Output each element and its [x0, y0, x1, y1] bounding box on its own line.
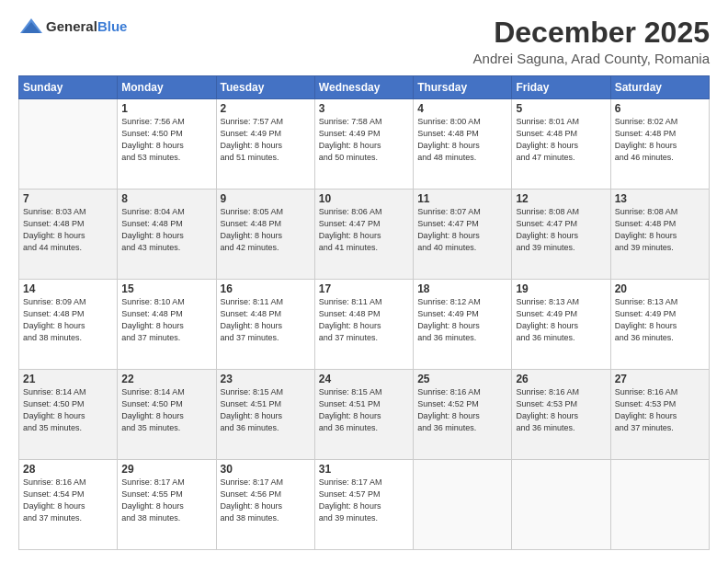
day-number: 18: [417, 282, 507, 295]
day-info: Sunrise: 8:08 AM Sunset: 4:47 PM Dayligh…: [516, 206, 606, 254]
day-info: Sunrise: 8:08 AM Sunset: 4:48 PM Dayligh…: [615, 206, 705, 254]
day-cell-w3-d4: 17Sunrise: 8:11 AM Sunset: 4:48 PM Dayli…: [314, 280, 413, 370]
header-sunday: Sunday: [19, 76, 118, 99]
header-wednesday: Wednesday: [314, 76, 413, 99]
day-number: 17: [319, 282, 409, 295]
day-number: 26: [516, 373, 606, 385]
day-info: Sunrise: 8:09 AM Sunset: 4:48 PM Dayligh…: [23, 296, 113, 344]
day-cell-w2-d4: 10Sunrise: 8:06 AM Sunset: 4:47 PM Dayli…: [314, 190, 413, 280]
day-number: 20: [615, 282, 705, 295]
day-cell-w1-d7: 6Sunrise: 8:02 AM Sunset: 4:48 PM Daylig…: [610, 99, 709, 190]
day-info: Sunrise: 8:07 AM Sunset: 4:47 PM Dayligh…: [417, 206, 507, 254]
day-number: 19: [516, 282, 606, 295]
day-cell-w4-d2: 22Sunrise: 8:14 AM Sunset: 4:50 PM Dayli…: [118, 370, 216, 460]
day-number: 13: [615, 192, 705, 205]
day-cell-w3-d7: 20Sunrise: 8:13 AM Sunset: 4:49 PM Dayli…: [610, 280, 709, 370]
day-info: Sunrise: 8:14 AM Sunset: 4:50 PM Dayligh…: [121, 386, 211, 434]
day-cell-w5-d6: [512, 460, 610, 550]
title-section: December 2025 Andrei Saguna, Arad County…: [473, 17, 710, 66]
day-cell-w4-d7: 27Sunrise: 8:16 AM Sunset: 4:53 PM Dayli…: [610, 370, 709, 460]
day-cell-w4-d3: 23Sunrise: 8:15 AM Sunset: 4:51 PM Dayli…: [216, 370, 314, 460]
header-tuesday: Tuesday: [216, 76, 314, 99]
day-info: Sunrise: 8:11 AM Sunset: 4:48 PM Dayligh…: [319, 296, 409, 344]
day-number: 16: [221, 282, 311, 295]
day-number: 4: [417, 102, 507, 115]
day-number: 12: [516, 192, 606, 205]
day-info: Sunrise: 8:17 AM Sunset: 4:57 PM Dayligh…: [319, 477, 409, 524]
day-cell-w1-d3: 2Sunrise: 7:57 AM Sunset: 4:49 PM Daylig…: [216, 99, 314, 190]
day-cell-w3-d2: 15Sunrise: 8:10 AM Sunset: 4:48 PM Dayli…: [118, 280, 216, 370]
header-thursday: Thursday: [414, 76, 512, 99]
week-row-3: 14Sunrise: 8:09 AM Sunset: 4:48 PM Dayli…: [19, 280, 710, 370]
day-info: Sunrise: 8:04 AM Sunset: 4:48 PM Dayligh…: [121, 206, 211, 254]
day-cell-w5-d7: [610, 460, 709, 550]
day-info: Sunrise: 8:14 AM Sunset: 4:50 PM Dayligh…: [23, 386, 113, 434]
day-info: Sunrise: 8:06 AM Sunset: 4:47 PM Dayligh…: [319, 206, 409, 254]
day-number: 15: [121, 282, 211, 295]
day-cell-w4-d1: 21Sunrise: 8:14 AM Sunset: 4:50 PM Dayli…: [19, 370, 118, 460]
day-cell-w2-d2: 8Sunrise: 8:04 AM Sunset: 4:48 PM Daylig…: [118, 190, 216, 280]
day-cell-w3-d1: 14Sunrise: 8:09 AM Sunset: 4:48 PM Dayli…: [19, 280, 118, 370]
day-number: 24: [319, 373, 409, 385]
day-cell-w1-d1: [19, 99, 118, 190]
day-number: 8: [121, 192, 211, 205]
day-number: 10: [319, 192, 409, 205]
day-number: 3: [319, 102, 409, 115]
day-cell-w2-d5: 11Sunrise: 8:07 AM Sunset: 4:47 PM Dayli…: [414, 190, 512, 280]
day-cell-w1-d5: 4Sunrise: 8:00 AM Sunset: 4:48 PM Daylig…: [414, 99, 512, 190]
day-cell-w4-d6: 26Sunrise: 8:16 AM Sunset: 4:53 PM Dayli…: [512, 370, 610, 460]
day-number: 21: [23, 373, 113, 385]
week-row-1: 1Sunrise: 7:56 AM Sunset: 4:50 PM Daylig…: [19, 99, 710, 190]
day-number: 9: [221, 192, 311, 205]
day-cell-w5-d1: 28Sunrise: 8:16 AM Sunset: 4:54 PM Dayli…: [19, 460, 118, 550]
header-friday: Friday: [512, 76, 610, 99]
day-cell-w2-d3: 9Sunrise: 8:05 AM Sunset: 4:48 PM Daylig…: [216, 190, 314, 280]
logo-icon: [18, 17, 44, 37]
logo: GeneralBlue: [18, 17, 127, 37]
day-cell-w1-d6: 5Sunrise: 8:01 AM Sunset: 4:48 PM Daylig…: [512, 99, 610, 190]
day-cell-w5-d5: [414, 460, 512, 550]
day-cell-w1-d2: 1Sunrise: 7:56 AM Sunset: 4:50 PM Daylig…: [118, 99, 216, 190]
day-info: Sunrise: 7:57 AM Sunset: 4:49 PM Dayligh…: [221, 116, 311, 164]
logo-general: General: [46, 18, 97, 34]
day-number: 7: [23, 192, 113, 205]
day-info: Sunrise: 8:05 AM Sunset: 4:48 PM Dayligh…: [221, 206, 311, 254]
day-info: Sunrise: 8:17 AM Sunset: 4:55 PM Dayligh…: [121, 477, 211, 524]
day-number: 29: [121, 463, 211, 476]
day-cell-w5-d3: 30Sunrise: 8:17 AM Sunset: 4:56 PM Dayli…: [216, 460, 314, 550]
day-cell-w3-d3: 16Sunrise: 8:11 AM Sunset: 4:48 PM Dayli…: [216, 280, 314, 370]
header-row: Sunday Monday Tuesday Wednesday Thursday…: [19, 76, 710, 99]
day-number: 23: [221, 373, 311, 385]
day-info: Sunrise: 8:02 AM Sunset: 4:48 PM Dayligh…: [615, 116, 705, 164]
header-monday: Monday: [118, 76, 216, 99]
day-info: Sunrise: 8:16 AM Sunset: 4:53 PM Dayligh…: [516, 386, 606, 434]
day-info: Sunrise: 8:12 AM Sunset: 4:49 PM Dayligh…: [417, 296, 507, 344]
day-number: 5: [516, 102, 606, 115]
day-info: Sunrise: 8:16 AM Sunset: 4:53 PM Dayligh…: [615, 386, 705, 434]
day-number: 30: [221, 463, 311, 476]
day-number: 25: [417, 373, 507, 385]
calendar-table: Sunday Monday Tuesday Wednesday Thursday…: [18, 75, 710, 550]
day-number: 2: [221, 102, 311, 115]
day-info: Sunrise: 8:17 AM Sunset: 4:56 PM Dayligh…: [221, 477, 311, 524]
week-row-2: 7Sunrise: 8:03 AM Sunset: 4:48 PM Daylig…: [19, 190, 710, 280]
day-number: 22: [121, 373, 211, 385]
day-info: Sunrise: 7:58 AM Sunset: 4:49 PM Dayligh…: [319, 116, 409, 164]
day-info: Sunrise: 8:03 AM Sunset: 4:48 PM Dayligh…: [23, 206, 113, 254]
day-info: Sunrise: 8:13 AM Sunset: 4:49 PM Dayligh…: [615, 296, 705, 344]
day-info: Sunrise: 8:15 AM Sunset: 4:51 PM Dayligh…: [319, 386, 409, 434]
day-number: 27: [615, 373, 705, 385]
day-info: Sunrise: 8:16 AM Sunset: 4:52 PM Dayligh…: [417, 386, 507, 434]
day-cell-w3-d6: 19Sunrise: 8:13 AM Sunset: 4:49 PM Dayli…: [512, 280, 610, 370]
week-row-5: 28Sunrise: 8:16 AM Sunset: 4:54 PM Dayli…: [19, 460, 710, 550]
day-info: Sunrise: 8:11 AM Sunset: 4:48 PM Dayligh…: [221, 296, 311, 344]
day-info: Sunrise: 7:56 AM Sunset: 4:50 PM Dayligh…: [121, 116, 211, 164]
day-cell-w4-d4: 24Sunrise: 8:15 AM Sunset: 4:51 PM Dayli…: [314, 370, 413, 460]
day-cell-w1-d4: 3Sunrise: 7:58 AM Sunset: 4:49 PM Daylig…: [314, 99, 413, 190]
day-info: Sunrise: 8:01 AM Sunset: 4:48 PM Dayligh…: [516, 116, 606, 164]
day-cell-w5-d2: 29Sunrise: 8:17 AM Sunset: 4:55 PM Dayli…: [118, 460, 216, 550]
day-info: Sunrise: 8:13 AM Sunset: 4:49 PM Dayligh…: [516, 296, 606, 344]
day-number: 31: [319, 463, 409, 476]
main-title: December 2025: [473, 17, 710, 49]
day-cell-w3-d5: 18Sunrise: 8:12 AM Sunset: 4:49 PM Dayli…: [414, 280, 512, 370]
